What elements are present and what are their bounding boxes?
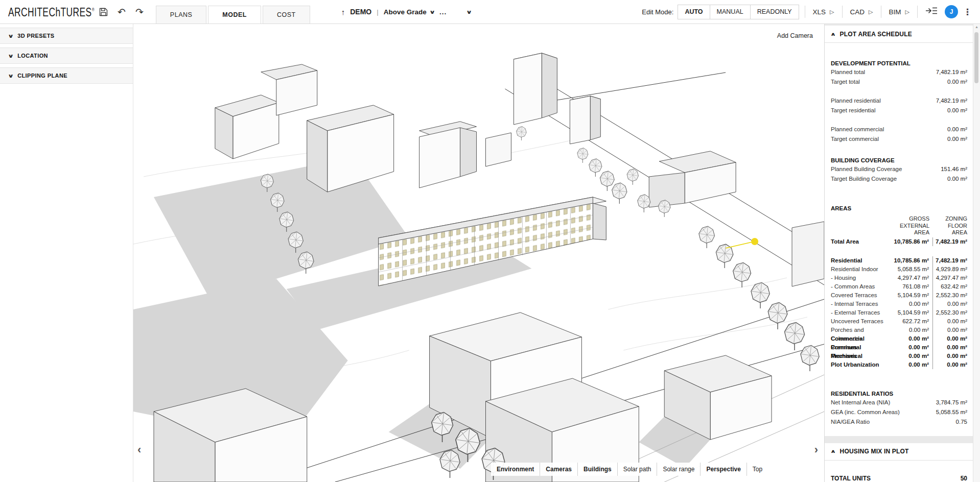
area-zoning: 7,482.19 m² <box>932 256 967 265</box>
stat-label: Planned total <box>831 67 865 77</box>
stat-value: 5,058.55 m² <box>936 407 967 417</box>
area-gross: 0.00 m² <box>886 352 929 360</box>
areas-row: - External Terraces 5,104.59 m² 2,552.30… <box>831 308 967 317</box>
stat-row: Planned commercial 0.00 m² <box>831 125 967 134</box>
tab-model[interactable]: MODEL <box>208 6 261 23</box>
areas-row: - Common Areas 761.08 m² 632.42 m² <box>831 282 967 291</box>
area-gross: 10,785.86 m² <box>886 256 929 265</box>
overflow-menu-icon[interactable]: ⋮ <box>963 7 972 17</box>
stat-value: 3,784.75 m² <box>936 398 967 407</box>
stat-label: Planned Building Coverage <box>831 164 902 174</box>
chevron-down-icon: ∨ <box>8 73 14 79</box>
area-label: Total Area <box>831 237 886 246</box>
sidebar-item-location[interactable]: ∨ LOCATION <box>0 47 133 64</box>
panel-scrollbar[interactable]: ▲ <box>973 23 980 482</box>
play-icon: ▷ <box>869 9 873 15</box>
grade-selector-label: Above Grade <box>384 8 427 16</box>
area-label: - Housing <box>831 274 886 282</box>
undo-icon[interactable]: ↶ <box>118 7 126 17</box>
canvas-bottom-tabs: Environment Cameras Buildings Solar path… <box>491 463 768 476</box>
plot-area-card: DEVELOPMENT POTENTIAL Planned total 7,48… <box>825 43 973 436</box>
tab-environment[interactable]: Environment <box>491 463 540 476</box>
save-icon[interactable] <box>99 8 108 16</box>
tab-cost[interactable]: COST <box>263 6 310 23</box>
upload-arrow-icon[interactable]: ↑ <box>341 8 345 16</box>
stat-row: Planned residential 7,482.19 m² <box>831 96 967 106</box>
area-gross: 4,297.47 m² <box>886 274 929 282</box>
user-avatar[interactable]: J <box>945 5 958 18</box>
stat-value: 0.00 m² <box>947 77 967 87</box>
divider <box>805 6 805 18</box>
area-label: Covered Terraces <box>831 291 886 300</box>
stat-label: Planned commercial <box>831 125 884 134</box>
area-gross: 761.08 m² <box>886 282 929 291</box>
area-zoning: 0.00 m² <box>932 334 967 343</box>
area-label: - External Terraces <box>831 308 886 317</box>
areas-row: Communal Premises 0.00 m² 0.00 m² <box>831 343 967 352</box>
stat-label: Target Building Coverage <box>831 174 897 184</box>
stat-value: 0.00 m² <box>947 125 967 134</box>
area-label: - Internal Terraces <box>831 300 886 308</box>
tab-perspective[interactable]: Perspective <box>700 463 746 476</box>
export-cad-button[interactable]: CAD ▷ <box>848 8 875 16</box>
areas-row: - Internal Terraces 0.00 m² 0.00 m² <box>831 300 967 308</box>
scrollbar-thumb[interactable] <box>974 32 978 83</box>
tab-buildings[interactable]: Buildings <box>577 463 617 476</box>
edit-mode-readonly[interactable]: READONLY <box>750 5 799 19</box>
canvas-prev-chevron[interactable]: ‹ <box>137 444 141 455</box>
sidebar-item-3d-presets[interactable]: ∨ 3D PRESETS <box>0 28 133 44</box>
tab-solar-path[interactable]: Solar path <box>617 463 657 476</box>
tab-top[interactable]: Top <box>746 463 768 476</box>
registered-mark: ® <box>92 7 95 12</box>
top-bar: ARCHITEChTURES® ↶ ↷ PLANS MODEL COST ↑ D… <box>0 0 980 24</box>
app-logo-text: ARCHITEChTURES® <box>8 4 95 19</box>
redo-icon[interactable]: ↷ <box>135 7 144 17</box>
chevron-down-icon: ∨ <box>429 9 435 15</box>
stat-value: 151.46 m² <box>941 164 967 174</box>
divider <box>842 6 843 18</box>
stat-row: Target total 0.00 m² <box>831 77 967 87</box>
edit-mode-auto[interactable]: AUTO <box>678 5 710 19</box>
total-units-label: TOTAL UNITS <box>831 474 871 482</box>
export-bim-button[interactable]: BIM ▷ <box>887 8 912 16</box>
housing-mix-card: TOTAL UNITS 50 <box>825 461 973 482</box>
area-gross: 0.00 m² <box>886 343 929 352</box>
camera-marker[interactable] <box>726 238 758 248</box>
chevron-down-icon: ∨ <box>8 33 14 39</box>
model-viewport[interactable]: Add Camera ‹ › Environment Cameras Build… <box>133 23 824 482</box>
area-gross: 5,104.59 m² <box>886 291 929 300</box>
open-panel-icon[interactable] <box>925 7 938 17</box>
project-name[interactable]: DEMO <box>350 8 371 16</box>
areas-row: Commercial Premises 0.00 m² 0.00 m² <box>831 334 967 343</box>
view-tabs: PLANS MODEL COST <box>156 6 312 23</box>
add-camera-button[interactable]: Add Camera <box>777 32 813 39</box>
divider <box>881 6 881 18</box>
area-zoning: 4,297.47 m² <box>932 274 967 282</box>
stat-value: 0.75 <box>956 417 967 427</box>
housing-mix-header[interactable]: ∧ HOUSING MIX IN PLOT <box>825 443 973 461</box>
project-ellipsis[interactable]: ... <box>439 8 447 16</box>
plot-area-schedule-header[interactable]: ∧ PLOT AREA SCHEDULE <box>825 26 973 43</box>
export-xls-button[interactable]: XLS ▷ <box>811 8 836 16</box>
area-zoning: 632.42 m² <box>932 282 967 291</box>
scroll-up-icon[interactable]: ▲ <box>973 25 980 29</box>
total-units-row: TOTAL UNITS 50 <box>831 474 967 482</box>
sidebar-item-label: LOCATION <box>17 53 48 59</box>
tab-solar-range[interactable]: Solar range <box>657 463 700 476</box>
stat-row: Target Building Coverage 0.00 m² <box>831 174 967 184</box>
areas-table-header: GROSS EXTERNAL AREA ZONING FLOOR AREA <box>831 215 967 236</box>
tab-cameras[interactable]: Cameras <box>540 463 577 476</box>
chevron-down-icon[interactable]: ∨ <box>466 9 472 15</box>
left-sidebar: ∨ 3D PRESETS ∨ LOCATION ∨ CLIPPING PLANE <box>0 23 133 482</box>
stat-value: 0.00 m² <box>947 106 967 115</box>
play-icon: ▷ <box>905 9 909 15</box>
canvas-next-chevron[interactable]: › <box>814 444 818 455</box>
tab-plans[interactable]: PLANS <box>156 6 207 23</box>
grade-selector[interactable]: Above Grade ∨ <box>384 8 434 16</box>
area-label: Plot Urbanization <box>831 360 886 369</box>
stat-value: 7,482.19 m² <box>936 67 967 77</box>
edit-mode-manual[interactable]: MANUAL <box>710 5 751 19</box>
sidebar-item-clipping-plane[interactable]: ∨ CLIPPING PLANE <box>0 67 133 84</box>
stat-value: 0.00 m² <box>947 134 967 144</box>
area-gross: 622.72 m² <box>886 317 929 326</box>
